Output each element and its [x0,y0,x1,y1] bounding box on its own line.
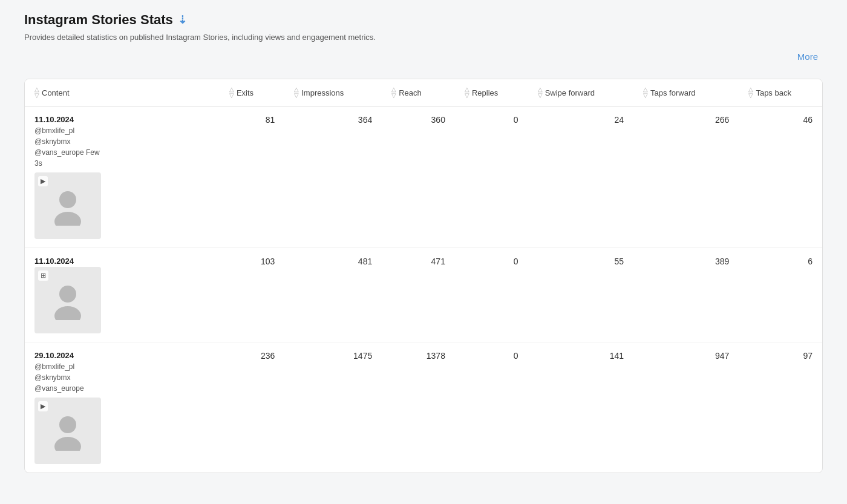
content-date-1: 11.10.2024 [34,257,210,266]
cell-swipe-forward-2: 141 [528,342,633,473]
download-icon[interactable]: ⇣ [178,13,187,27]
sort-icon-impressions: △▽ [294,87,299,99]
cell-taps-forward-0: 266 [633,106,739,248]
content-tags-2: @bmxlife_pl @sknybmx @vans_europe [34,361,210,394]
table-row: 29.10.2024@bmxlife_pl @sknybmx @vans_eur… [25,342,822,473]
cell-replies-0: 0 [455,106,528,248]
cell-content-0: 11.10.2024@bmxlife_pl @sknybmx @vans_eur… [25,106,220,248]
svg-point-0 [59,191,76,208]
thumbnail-0: ▶ [34,172,101,239]
cell-reach-2: 1378 [382,342,455,473]
page-wrapper: Instagram Stories Stats ⇣ Provides detai… [0,0,847,504]
cell-reach-1: 471 [382,248,455,342]
stats-table: △▽ Content △▽ Exits △▽ Impressions [25,79,822,473]
cell-taps-forward-2: 947 [633,342,739,473]
table-body: 11.10.2024@bmxlife_pl @sknybmx @vans_eur… [25,106,822,473]
video-icon: ▶ [38,176,48,186]
col-header-replies[interactable]: △▽ Replies [455,79,528,106]
page-title: Instagram Stories Stats [24,12,173,28]
table-container: △▽ Content △▽ Exits △▽ Impressions [24,79,823,473]
col-header-taps-back[interactable]: △▽ Taps back [739,79,822,106]
thumbnail-1: ⊞ [34,267,101,333]
cell-exits-0: 81 [220,106,284,248]
content-date-0: 11.10.2024 [34,115,210,124]
sort-icon-content: △▽ [34,87,39,99]
col-header-content[interactable]: △▽ Content [25,79,220,106]
video-icon: ▶ [38,401,48,411]
cell-content-1: 11.10.2024⊞ [25,248,220,342]
cell-impressions-0: 364 [284,106,382,248]
sort-icon-taps-back: △▽ [748,87,753,99]
cell-impressions-1: 481 [284,248,382,342]
col-header-swipe-forward[interactable]: △▽ Swipe forward [528,79,633,106]
cell-taps-back-0: 46 [739,106,822,248]
cell-impressions-2: 1475 [284,342,382,473]
cell-exits-1: 103 [220,248,284,342]
table-header-row: △▽ Content △▽ Exits △▽ Impressions [25,79,822,106]
more-btn-row: More [24,49,823,64]
sort-icon-exits: △▽ [229,87,234,99]
svg-point-1 [54,212,81,226]
image-icon: ⊞ [38,270,48,281]
cell-replies-2: 0 [455,342,528,473]
table-row: 11.10.2024@bmxlife_pl @sknybmx @vans_eur… [25,106,822,248]
header-section: Instagram Stories Stats ⇣ Provides detai… [24,12,823,79]
content-tags-0: @bmxlife_pl @sknybmx @vans_europe Few 3s [34,125,210,169]
avatar-1 [50,281,86,320]
svg-point-2 [59,286,76,303]
svg-point-4 [59,416,76,433]
svg-point-5 [54,437,81,451]
cell-swipe-forward-1: 55 [528,248,633,342]
page-subtitle: Provides detailed statistics on publishe… [24,33,823,42]
thumbnail-2: ▶ [34,398,101,464]
sort-icon-replies: △▽ [465,87,469,99]
sort-icon-swipe: △▽ [538,87,543,99]
cell-swipe-forward-0: 24 [528,106,633,248]
col-header-exits[interactable]: △▽ Exits [220,79,284,106]
svg-point-3 [54,306,81,320]
col-header-reach[interactable]: △▽ Reach [382,79,455,106]
col-header-taps-forward[interactable]: △▽ Taps forward [633,79,739,106]
table-row: 11.10.2024⊞1034814710553896 [25,248,822,342]
cell-replies-1: 0 [455,248,528,342]
more-button[interactable]: More [793,49,823,64]
cell-taps-forward-1: 389 [633,248,739,342]
avatar-2 [50,411,86,451]
avatar-0 [50,186,86,226]
cell-content-2: 29.10.2024@bmxlife_pl @sknybmx @vans_eur… [25,342,220,473]
cell-taps-back-2: 97 [739,342,822,473]
cell-exits-2: 236 [220,342,284,473]
cell-reach-0: 360 [382,106,455,248]
sort-icon-taps-forward: △▽ [643,87,648,99]
content-date-2: 29.10.2024 [34,351,210,360]
page-title-row: Instagram Stories Stats ⇣ [24,12,823,28]
sort-icon-reach: △▽ [391,87,396,99]
col-header-impressions[interactable]: △▽ Impressions [284,79,382,106]
cell-taps-back-1: 6 [739,248,822,342]
